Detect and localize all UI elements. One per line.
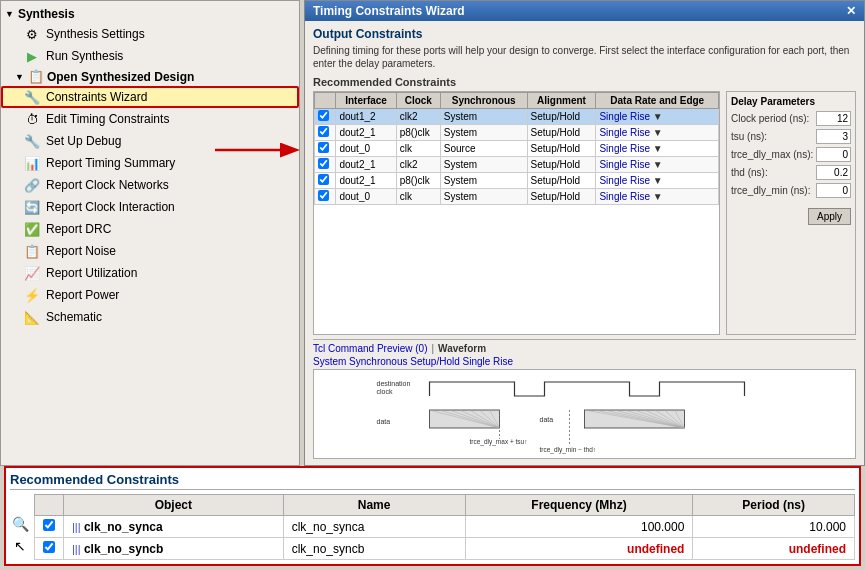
power-icon: ⚡ — [23, 287, 41, 303]
row-check[interactable] — [315, 173, 336, 189]
row-check[interactable] — [315, 141, 336, 157]
sidebar-item-edit-timing[interactable]: ⏱ Edit Timing Constraints — [1, 108, 299, 130]
delay-param-row: tsu (ns): — [731, 129, 851, 144]
delay-param-row: trce_dly_min (ns): — [731, 183, 851, 198]
row-synchronous: System — [440, 189, 527, 205]
sidebar-item-synthesis-settings[interactable]: ⚙ Synthesis Settings — [1, 23, 299, 45]
open-design-icon: 📋 — [28, 69, 44, 84]
bottom-row-check[interactable] — [35, 538, 64, 560]
sidebar-item-report-drc[interactable]: ✅ Report DRC — [1, 218, 299, 240]
sidebar-item-constraints-wizard[interactable]: 🔧 Constraints Wizard — [1, 86, 299, 108]
bottom-table-row[interactable]: ||| clk_no_syncb clk_no_syncb undefined … — [35, 538, 855, 560]
delay-param-input[interactable] — [816, 129, 851, 144]
col-interface: Interface — [336, 93, 396, 109]
wizard-icon: 🔧 — [23, 89, 41, 105]
sidebar-item-report-noise[interactable]: 📋 Report Noise — [1, 240, 299, 262]
sidebar-item-run-synthesis[interactable]: ▶ Run Synthesis — [1, 45, 299, 67]
bottom-row-object: ||| clk_no_synca — [64, 516, 284, 538]
wizard-close-icon[interactable]: ✕ — [846, 4, 856, 18]
sidebar-item-report-clock-interaction[interactable]: 🔄 Report Clock Interaction — [1, 196, 299, 218]
row-clock: clk2 — [396, 157, 440, 173]
delay-param-row: thd (ns): — [731, 165, 851, 180]
row-check[interactable] — [315, 109, 336, 125]
wizard-table-row[interactable]: dout_0 clk System Setup/Hold Single Rise… — [315, 189, 719, 205]
row-alignment: Setup/Hold — [527, 141, 596, 157]
bottom-row-period: 10.000 — [693, 516, 855, 538]
output-constraints-desc: Defining timing for these ports will hel… — [313, 44, 856, 70]
synthesis-section-header[interactable]: ▼ Synthesis — [1, 5, 299, 23]
delay-params-title: Delay Parameters — [731, 96, 851, 107]
bottom-table-row[interactable]: ||| clk_no_synca clk_no_synca 100.000 10… — [35, 516, 855, 538]
sidebar-item-open-synthesized-design[interactable]: ▼ 📋 Open Synthesized Design — [1, 67, 299, 86]
delay-param-row: trce_dly_max (ns): — [731, 147, 851, 162]
waveform-area: destination clock data — [313, 369, 856, 459]
waveform-subtitle: System Synchronous Setup/Hold Single Ris… — [313, 356, 856, 367]
wizard-table-row[interactable]: dout2_1 clk2 System Setup/Hold Single Ri… — [315, 157, 719, 173]
row-check[interactable] — [315, 125, 336, 141]
clock-interaction-icon: 🔄 — [23, 199, 41, 215]
drc-icon: ✅ — [23, 221, 41, 237]
row-check[interactable] — [315, 189, 336, 205]
row-alignment: Setup/Hold — [527, 125, 596, 141]
bottom-col-object: Object — [64, 495, 284, 516]
bottom-row-object: ||| clk_no_syncb — [64, 538, 284, 560]
pointer-tool-icon[interactable]: ↖ — [10, 536, 30, 556]
sidebar-item-schematic[interactable]: 📐 Schematic — [1, 306, 299, 328]
wizard-table-row[interactable]: dout2_1 p8()clk System Setup/Hold Single… — [315, 125, 719, 141]
sidebar-item-set-up-debug[interactable]: 🔧 Set Up Debug — [1, 130, 299, 152]
row-synchronous: System — [440, 173, 527, 189]
col-data-rate: Data Rate and Edge — [596, 93, 719, 109]
delay-param-input[interactable] — [816, 111, 851, 126]
waveform-svg: destination clock data — [318, 374, 851, 454]
row-edge: Single Rise ▼ — [596, 141, 719, 157]
bottom-row-check[interactable] — [35, 516, 64, 538]
bottom-row-name: clk_no_syncb — [283, 538, 465, 560]
row-interface: dout2_1 — [336, 125, 396, 141]
triangle-icon: ▼ — [15, 72, 24, 82]
delay-param-input[interactable] — [816, 165, 851, 180]
svg-text:destination: destination — [377, 380, 411, 387]
bottom-col-frequency: Frequency (Mhz) — [465, 495, 693, 516]
sidebar-item-report-timing-summary[interactable]: 📊 Report Timing Summary — [1, 152, 299, 174]
wizard-table-row[interactable]: dout2_1 p8()clk System Setup/Hold Single… — [315, 173, 719, 189]
search-tool-icon[interactable]: 🔍 — [10, 514, 30, 534]
sidebar-item-report-power[interactable]: ⚡ Report Power — [1, 284, 299, 306]
wizard-table-row[interactable]: dout1_2 clk2 System Setup/Hold Single Ri… — [315, 109, 719, 125]
col-alignment: Alignment — [527, 93, 596, 109]
wizard-titlebar: Timing Constraints Wizard ✕ — [305, 1, 864, 21]
gear-icon: ⚙ — [23, 26, 41, 42]
bottom-row-frequency: 100.000 — [465, 516, 693, 538]
row-synchronous: System — [440, 109, 527, 125]
constraints-table-container: Interface Clock Synchronous Alignment Da… — [313, 91, 720, 335]
bottom-row-name: clk_no_synca — [283, 516, 465, 538]
waveform-tab[interactable]: Waveform — [438, 343, 486, 354]
row-edge: Single Rise ▼ — [596, 109, 719, 125]
row-synchronous: Source — [440, 141, 527, 157]
delay-params-panel: Delay Parameters Clock period (ns): tsu … — [726, 91, 856, 335]
sidebar: ▼ Synthesis ⚙ Synthesis Settings ▶ Run S… — [0, 0, 300, 466]
svg-text:trce_dly_max + tsu↑: trce_dly_max + tsu↑ — [470, 438, 528, 446]
bottom-panel: Recommended Constraints 🔍 ↖ Object Name … — [4, 466, 861, 566]
utilization-icon: 📈 — [23, 265, 41, 281]
bottom-constraints-table: Object Name Frequency (Mhz) Period (ns) … — [34, 494, 855, 560]
sidebar-item-report-utilization[interactable]: 📈 Report Utilization — [1, 262, 299, 284]
col-clock: Clock — [396, 93, 440, 109]
delay-param-input[interactable] — [816, 147, 851, 162]
schematic-icon: 📐 — [23, 309, 41, 325]
wizard-table-row[interactable]: dout_0 clk Source Setup/Hold Single Rise… — [315, 141, 719, 157]
delay-param-label: trce_dly_max (ns): — [731, 149, 813, 160]
clk-icon: ||| — [72, 521, 81, 533]
delay-param-label: tsu (ns): — [731, 131, 767, 142]
wizard-panel: Timing Constraints Wizard ✕ Output Const… — [304, 0, 865, 466]
row-alignment: Setup/Hold — [527, 157, 596, 173]
synthesis-section-label: Synthesis — [18, 7, 75, 21]
debug-icon: 🔧 — [23, 133, 41, 149]
row-check[interactable] — [315, 157, 336, 173]
delay-param-input[interactable] — [816, 183, 851, 198]
delay-param-label: trce_dly_min (ns): — [731, 185, 810, 196]
apply-button[interactable]: Apply — [808, 208, 851, 225]
run-icon: ▶ — [23, 48, 41, 64]
tcl-tab[interactable]: Tcl Command Preview (0) — [313, 343, 427, 354]
row-interface: dout2_1 — [336, 157, 396, 173]
sidebar-item-report-clock-networks[interactable]: 🔗 Report Clock Networks — [1, 174, 299, 196]
